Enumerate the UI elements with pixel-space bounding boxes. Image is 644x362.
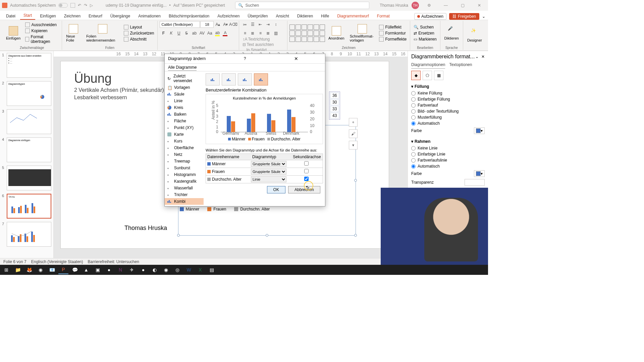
powerpoint-icon[interactable]: P — [58, 265, 68, 274]
word-icon[interactable]: W — [184, 265, 194, 274]
radio-farbverlaufslinie[interactable]: Farbverlaufslinie — [411, 157, 485, 163]
chart-cat-linie[interactable]: ▫Linie — [165, 98, 204, 104]
radio-automatisch[interactable]: Automatisch — [411, 163, 485, 169]
contour-button[interactable]: Formkontur — [378, 31, 408, 36]
help-icon[interactable]: ? — [219, 56, 271, 61]
ribbon-options-icon[interactable]: ⚙ — [422, 3, 436, 8]
reset-button[interactable]: Zurücksetzen — [122, 31, 155, 36]
tab-start[interactable]: Start — [20, 12, 35, 20]
autosave-toggle[interactable] — [58, 3, 68, 8]
tab-animationen[interactable]: Animationen — [135, 12, 164, 20]
bold-icon[interactable]: F — [160, 29, 167, 37]
radio-bildodertexturfllung[interactable]: Bild- oder Texturfüllung — [411, 108, 485, 114]
dialog-close-icon[interactable]: ✕ — [270, 56, 322, 61]
thumb-4[interactable]: 4Diagramme einfügen — [2, 137, 51, 162]
series-type-select[interactable]: Gruppierte Säulen — [251, 161, 286, 167]
chevron-down-icon[interactable]: ▾ — [411, 84, 413, 89]
close-pane-icon[interactable]: ✕ — [481, 54, 485, 59]
find-button[interactable]: 🔍Suchen — [412, 24, 438, 30]
radio-einfarbigefllung[interactable]: Einfarbige Füllung — [411, 96, 485, 102]
chart-cat-oberflche[interactable]: ▫Oberfläche — [165, 144, 204, 151]
pane-tab-chart-options[interactable]: Diagrammoptionen — [411, 62, 445, 69]
fill-line-tab-icon[interactable]: ◆ — [411, 71, 421, 80]
task-icon[interactable]: ◉ — [161, 265, 171, 274]
arrange-button[interactable]: Anordnen — [326, 25, 346, 41]
bullets-icon[interactable]: ≔ — [241, 21, 249, 28]
dictate-button[interactable]: 🎤Diktieren — [442, 25, 461, 41]
spacing-icon[interactable]: AV — [198, 29, 206, 37]
series-type-select[interactable]: Gruppierte Säulen — [251, 169, 286, 175]
align-center-icon[interactable]: ≣ — [249, 29, 256, 37]
task-icon[interactable]: ◐ — [150, 265, 160, 274]
pane-tab-text-options[interactable]: Textoptionen — [449, 62, 472, 69]
thumb-1[interactable]: 1Diagramme aus Daten erstellen• …• …• … — [2, 53, 51, 78]
close-icon[interactable]: ✕ — [473, 3, 486, 8]
telegram-icon[interactable]: ✈ — [127, 265, 137, 274]
thumb-3[interactable]: 3 — [2, 109, 51, 134]
chevron-down-icon[interactable]: ▾ — [411, 139, 413, 144]
record-button[interactable]: Aufzeichnen — [414, 13, 446, 20]
designer-button[interactable]: ✨Designer — [465, 27, 484, 43]
chart-cat-kombi[interactable]: Kombi — [165, 198, 204, 205]
chart-cat-kastengrafik[interactable]: ▫Kastengrafik — [165, 178, 204, 185]
fill-color-picker[interactable]: ▾ — [474, 127, 485, 134]
text-direction-button[interactable]: ↕ATextrichtung — [243, 37, 285, 42]
subtype-1[interactable] — [206, 73, 220, 85]
chevron-down-icon[interactable]: ⌄ — [475, 54, 479, 59]
size-tab-icon[interactable]: ▦ — [434, 71, 443, 80]
chart-cat-sunburst[interactable]: ▫Sunburst — [165, 165, 204, 171]
case-icon[interactable]: Aa — [206, 29, 213, 37]
chart-cat-kreis[interactable]: Kreis — [165, 104, 204, 111]
chart-cat-zuletztverwendet[interactable]: ↻Zuletzt verwendet — [165, 73, 204, 84]
tab-uebergaenge[interactable]: Übergänge — [107, 12, 133, 20]
start-button[interactable]: ⊞ — [1, 265, 11, 274]
save-icon[interactable] — [70, 3, 75, 8]
font-name-select[interactable] — [160, 21, 200, 28]
thumb-6[interactable]: 6Übung — [2, 194, 51, 219]
tab-datei[interactable]: Datei — [3, 12, 19, 20]
chart-cat-balken[interactable]: Balken — [165, 111, 204, 118]
transparency-input[interactable] — [465, 179, 485, 186]
secondary-axis-checkbox[interactable] — [304, 177, 309, 181]
effects-button[interactable]: Formeffekte — [378, 37, 408, 42]
explorer-icon[interactable]: 📁 — [13, 265, 23, 274]
undo-icon[interactable]: ↶ — [78, 3, 81, 8]
task-icon[interactable]: ▣ — [93, 265, 103, 274]
thumb-5[interactable]: 5 — [2, 166, 51, 190]
align-left-icon[interactable]: ≡ — [241, 29, 249, 37]
chart-cat-karte[interactable]: Karte — [165, 131, 204, 138]
tab-ueberpruefen[interactable]: Überprüfen — [244, 12, 271, 20]
chart-cat-trichter[interactable]: ▫Trichter — [165, 191, 204, 198]
tab-ansicht[interactable]: Ansicht — [272, 12, 292, 20]
radio-musterfllung[interactable]: Musterfüllung — [411, 114, 485, 120]
series-type-select[interactable]: Linie — [251, 176, 286, 182]
onenote-icon[interactable]: N — [115, 265, 125, 274]
vlc-icon[interactable]: ▲ — [81, 265, 91, 274]
task-icon[interactable]: ▤ — [207, 265, 217, 274]
subtype-4[interactable] — [254, 73, 268, 85]
radio-einfarbigelinie[interactable]: Einfarbige Linie — [411, 151, 485, 157]
columns-icon[interactable]: ▥ — [272, 29, 279, 37]
secondary-axis-checkbox[interactable] — [304, 161, 309, 166]
copy-button[interactable]: Kopieren — [24, 28, 60, 34]
accessibility[interactable]: Barrierefreiheit: Untersuchen — [88, 259, 139, 264]
font-size-input[interactable] — [200, 21, 214, 28]
replace-button[interactable]: ⇄Ersetzen — [412, 31, 438, 36]
quickstyles-button[interactable]: Schnellformat-vorlagen — [348, 23, 377, 43]
tab-praesentation[interactable]: Bildschirmpräsentation — [165, 12, 213, 20]
select-button[interactable]: ▭Markieren — [412, 37, 438, 42]
chart-filter-icon[interactable]: ▾ — [349, 141, 358, 149]
section-button[interactable]: Abschnitt — [122, 37, 155, 42]
chart-cat-vorlagen[interactable]: 📋Vorlagen — [165, 84, 204, 91]
thumb-2[interactable]: 2Diagrammtypen — [2, 81, 51, 106]
maximize-icon[interactable]: ▢ — [456, 3, 469, 8]
cut-button[interactable]: Ausschneiden — [24, 22, 60, 27]
chart-cat-histogramm[interactable]: ▫Histogramm — [165, 171, 204, 178]
align-right-icon[interactable]: ≡ — [257, 29, 264, 37]
chart-cat-wasserfall[interactable]: ▫Wasserfall — [165, 185, 204, 191]
radio-keinefllung[interactable]: Keine Füllung — [411, 90, 485, 96]
task-icon[interactable]: 💬 — [70, 265, 80, 274]
new-slide-button[interactable]: Neue Folie — [64, 23, 83, 43]
search-box[interactable]: 🔍 Suchen — [235, 2, 369, 9]
numbering-icon[interactable]: ☰ — [249, 21, 256, 28]
